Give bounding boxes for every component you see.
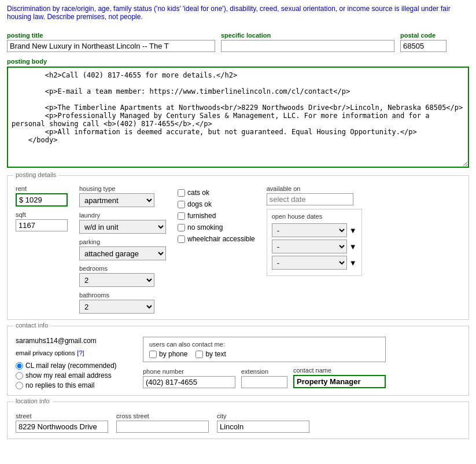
street-label: street: [16, 413, 108, 419]
pd-col-housing: housing type apartment house condo townh…: [79, 185, 166, 314]
email-privacy-label: email privacy options: [16, 349, 75, 356]
no-smoking-item: no smoking: [178, 223, 255, 231]
contact-left: saramuhs114@gmail.com email privacy opti…: [16, 337, 131, 389]
furnished-checkbox[interactable]: [178, 212, 185, 220]
radio-real-email-label: show my real email address: [25, 371, 112, 380]
posting-body-textarea[interactable]: <h2>Call (402) 817-4655 for more details…: [7, 67, 469, 168]
email-privacy-radio-group: CL mail relay (recommended) show my real…: [16, 362, 131, 389]
radio-cl-relay-input[interactable]: [16, 362, 23, 370]
radio-real-email: show my real email address: [16, 371, 131, 380]
location-info-title: location info: [13, 397, 52, 404]
bathrooms-group: bathrooms 1 2 3 4: [79, 292, 166, 314]
by-phone-item: by phone: [149, 350, 187, 358]
open-house-row-3: - ▼: [272, 256, 357, 270]
open-house-chevron-1: ▼: [349, 226, 357, 235]
posting-title-group: posting title: [7, 32, 215, 52]
city-label: city: [217, 413, 309, 419]
dogs-ok-label: dogs ok: [187, 200, 212, 208]
users-can-contact-title: users can also contact me:: [149, 341, 379, 348]
wheelchair-item: wheelchair accessible: [178, 235, 255, 243]
contact-fields-row: phone number extension contact name: [143, 367, 386, 388]
posting-body-label: posting body: [7, 58, 469, 65]
laundry-select[interactable]: w/d in unit w/d hookups laundry in bldg: [79, 220, 166, 234]
city-input[interactable]: [217, 421, 309, 433]
housing-type-group: housing type apartment house condo townh…: [79, 185, 166, 207]
contact-info-section: contact info saramuhs114@gmail.com email…: [7, 326, 469, 396]
street-input[interactable]: [16, 421, 108, 433]
wheelchair-checkbox[interactable]: [178, 235, 185, 243]
furnished-item: furnished: [178, 212, 255, 220]
sqft-label: sqft: [16, 211, 68, 218]
parking-label: parking: [79, 238, 166, 245]
radio-real-email-input[interactable]: [16, 372, 23, 380]
furnished-label: furnished: [187, 212, 216, 220]
rent-group: rent: [16, 185, 68, 207]
contact-right: users can also contact me: by phone by t…: [143, 337, 386, 389]
extension-input[interactable]: [241, 376, 287, 388]
fair-housing-link[interactable]: Discrimination by race/origin, age, fami…: [7, 5, 469, 21]
contact-name-label: contact name: [293, 367, 386, 374]
open-house-select-2[interactable]: -: [272, 240, 347, 253]
city-group: city: [217, 413, 309, 433]
contact-info-title: contact info: [13, 322, 50, 329]
parking-select[interactable]: attached garage detached garage carport …: [79, 246, 166, 260]
contact-name-group: contact name: [293, 367, 386, 388]
contact-checkboxes: by phone by text: [149, 350, 379, 358]
radio-cl-relay: CL mail relay (recommended): [16, 362, 131, 370]
radio-no-replies-input[interactable]: [16, 382, 23, 389]
posting-title-row: posting title specific location postal c…: [7, 32, 469, 52]
cats-ok-checkbox[interactable]: [178, 189, 185, 197]
available-on-label: available on: [267, 185, 362, 192]
contact-inner: saramuhs114@gmail.com email privacy opti…: [16, 337, 460, 389]
contact-name-input[interactable]: [293, 375, 386, 388]
by-phone-label: by phone: [159, 350, 187, 358]
sqft-input[interactable]: [16, 219, 68, 231]
email-privacy-row: email privacy options [?]: [16, 348, 131, 357]
specific-location-input[interactable]: [221, 40, 394, 52]
no-smoking-label: no smoking: [187, 223, 223, 231]
open-house-row-2: - ▼: [272, 240, 357, 253]
open-house-title: open house dates: [272, 213, 357, 220]
bathrooms-select[interactable]: 1 2 3 4: [79, 300, 154, 314]
location-info-section: location info street cross street city: [7, 402, 469, 439]
by-phone-checkbox[interactable]: [149, 351, 157, 358]
dogs-ok-item: dogs ok: [178, 200, 255, 208]
by-text-checkbox[interactable]: [195, 351, 203, 358]
postal-code-label: postal code: [400, 32, 447, 39]
phone-number-label: phone number: [143, 368, 235, 375]
by-text-item: by text: [195, 350, 226, 358]
open-house-chevron-3: ▼: [349, 259, 357, 267]
email-privacy-help-link[interactable]: [?]: [77, 349, 84, 356]
wheelchair-label: wheelchair accessible: [187, 235, 255, 243]
cross-street-input[interactable]: [116, 421, 209, 433]
pd-col-checkboxes: cats ok dogs ok furnished no smoking whe…: [178, 189, 255, 314]
laundry-group: laundry w/d in unit w/d hookups laundry …: [79, 212, 166, 234]
cross-street-group: cross street: [116, 413, 209, 433]
no-smoking-checkbox[interactable]: [178, 224, 185, 231]
housing-type-select[interactable]: apartment house condo townhouse: [79, 193, 154, 207]
phone-number-group: phone number: [143, 368, 235, 388]
open-house-select-1[interactable]: -: [272, 223, 347, 237]
rent-label: rent: [16, 185, 68, 192]
open-house-box: open house dates - ▼ - ▼ -: [267, 209, 362, 276]
cats-ok-label: cats ok: [187, 189, 209, 197]
open-house-chevron-2: ▼: [349, 242, 357, 251]
bedrooms-label: bedrooms: [79, 265, 166, 272]
open-house-select-3[interactable]: -: [272, 256, 347, 270]
location-inner: street cross street city: [16, 413, 460, 433]
dogs-ok-checkbox[interactable]: [178, 201, 185, 208]
cross-street-label: cross street: [116, 413, 209, 419]
users-can-contact-box: users can also contact me: by phone by t…: [143, 337, 386, 362]
phone-number-input[interactable]: [143, 376, 235, 388]
available-on-input[interactable]: [267, 193, 353, 205]
specific-location-group: specific location: [221, 32, 394, 52]
posting-details-title: posting details: [13, 171, 58, 178]
postal-code-input[interactable]: [400, 40, 447, 52]
postal-code-group: postal code: [400, 32, 447, 52]
contact-email: saramuhs114@gmail.com: [16, 337, 131, 345]
street-group: street: [16, 413, 108, 433]
posting-title-input[interactable]: [7, 40, 215, 52]
rent-input[interactable]: [16, 193, 68, 207]
specific-location-label: specific location: [221, 32, 394, 39]
bedrooms-select[interactable]: 1 2 3 4: [79, 273, 154, 287]
